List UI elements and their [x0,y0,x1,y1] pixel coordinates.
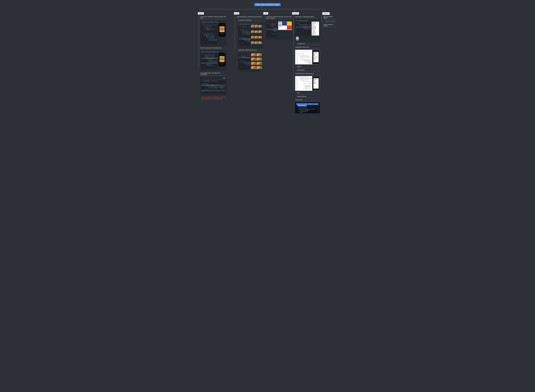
topic[interactable]: Code demo: children parameter, convert a… [266,16,293,19]
rating-stars: ★★★★ [221,62,223,63]
connector [264,14,264,17]
topic[interactable]: Code Demo: Sandwich model and gallery it… [200,16,226,19]
grid-preview [251,53,262,70]
ide-preview: Graphics RectangleOvalChatTriangleTriang… [312,50,320,64]
code-card-customizing-outlines: // Customizing your outlines List { ForE… [295,19,320,42]
phone-preview: ★★★★ [218,23,225,37]
ide-file-sidebar [295,50,298,64]
connector [325,9,325,12]
connector [262,6,262,9]
preview-title: Inspect Shapes [313,78,319,80]
laptop-canvas [282,22,292,29]
link-accent-bar [325,21,325,22]
branch-lists[interactable]: Lists [263,12,268,14]
link-card[interactable]: https://mubu.com/doc/7R3LEB4eUZo [325,21,336,22]
topic[interactable]: Lazy-loading Grid: LazyVGrid and LazyHGr… [236,16,263,18]
column-grids: Lazy-loading Grid: LazyVGrid and LazyHGr… [236,16,263,71]
topic[interactable]: DisclosureGroup [297,96,320,98]
ide-editor: struct Inspector: View { @Binding var gr… [298,76,312,91]
code-block: struct Sandwich: Identifiable { var id =… [201,24,218,44]
new-badge: NEW [223,78,225,79]
column-stacks: Code Demo: Sandwich model and gallery it… [199,16,226,100]
phone-preview: ★★★★ [218,53,225,66]
connector [295,9,295,12]
topic[interactable]: Code demo: Customizing outlines [295,16,320,18]
link-url: https://mubu.com/doc/7R3LEB4eUZo [326,21,336,22]
topic[interactable]: Form [297,92,320,94]
branch-grids[interactable]: Grids [234,12,239,14]
ide-editor: // // Copyright © 2020 Apple Inc. All ri… [298,50,312,64]
code-card-grid-columns: // Define grid columns var columns = [ G… [238,52,263,71]
look-box: DisclosureGroup { OutlineGroup(graphics[… [299,107,319,113]
connector [322,14,322,23]
mindmap-canvas: Stacks, Grids, and Outlines in SwiftUI S… [194,0,341,113]
connector [265,9,265,12]
topic[interactable]: Section [297,66,320,68]
card-caption: // Customizing your outlines [296,20,319,21]
topic[interactable]: Banner overlay view for sandwich info [200,47,226,49]
code-block: struct GraphicsList: View { var graphics… [267,22,277,37]
laptop-sidebar [278,22,282,29]
topic[interactable]: A look inside [295,99,320,101]
look-inside-card: OutlineGroup(graphics, children: \.child… [295,102,320,113]
branch-related[interactable]: 相关会议 [322,12,330,15]
code-block: // Define grid columns var columns = [ G… [239,54,250,70]
topic-related-item[interactable]: App Essentials in SwiftUI [323,16,336,19]
presenter-photo [296,37,299,41]
code-card-sandwich-model: // Sandwich model and gallery item view … [200,21,226,46]
sandwich-image [220,26,225,32]
sandwich-image [220,56,225,62]
topic-related-item[interactable]: Data Essentials in SwiftUI [323,24,336,27]
topic[interactable]: Code demo: LazyVGrid [238,19,263,21]
card-caption: // Sandwich model and gallery item view [201,21,225,23]
code-card-children-param: struct GraphicsList: View { var graphics… [266,21,293,39]
ide-file-sidebar [295,76,298,91]
code-card-lazy-stack: NEW // Fetch sandwiches from the sandwic… [200,77,226,95]
code-block: // Fetch sandwiches from the sandwich st… [201,79,225,93]
code-card-banner-view: // Banner overlay view for sandwich info… [200,51,226,71]
topic[interactable]: OutlineGroup [297,69,320,71]
ide-preview: Inspect Shapes Fill Color ▢ Shadow Text [312,76,320,91]
column-lists: Code demo: children parameter, convert a… [265,16,293,39]
topic[interactable]: ShapeEdit-Inspect Shapes demo [295,73,320,75]
warning-note: 注意：如果不确定是否使用懒加载，优先使用常规 VStack/HStack，通常性… [202,96,226,100]
column-related: App Essentials in SwiftUI https://mubu.c… [322,16,336,27]
topic[interactable]: Lazy-loading stack: LazyVStack and LazyH… [200,72,226,75]
ide-inspect-demo: struct Inspector: View { @Binding var gr… [295,76,320,91]
root-node[interactable]: Stacks, Grids, and Outlines in SwiftUI [254,3,281,6]
topic[interactable]: `OutlineGroup` [297,43,320,45]
ide-sidebar-demo: // // Copyright © 2020 Apple Inc. All ri… [295,50,320,65]
rating-stars: ★★★★ [221,33,223,33]
topic[interactable]: ShapeEdit-Sidebar demo [295,46,320,48]
grid-preview [251,25,262,47]
laptop-preview [278,21,292,38]
connector [200,9,325,9]
outline-panel-preview: ▸ RectangleRectangleOvalChatRectangle▸ R… [312,22,319,36]
look-line: OutlineGroup(graphics, children: \.child… [296,103,319,105]
column-outlines: Code demo: Customizing outlines // Custo… [294,16,320,113]
code-block: let sandwiches: [Sandwich] = … // Define… [239,26,250,46]
topic[interactable]: Code demo: Define grid columns [238,49,263,51]
code-block: struct BannerView: View { var sandwich: … [201,54,218,69]
code-block: List { ForEach(canvases) { canvas in Sec… [296,23,311,35]
preview-title: Graphics [313,52,319,53]
card-caption: // Banner overlay view for sandwich info [201,51,225,52]
look-line: ForEach(graphics) [297,105,307,107]
card-caption: // Fetch sandwiches from the sandwich st… [239,23,262,25]
code-card-lazyvgrid: // Fetch sandwiches from the sandwich st… [238,23,263,48]
